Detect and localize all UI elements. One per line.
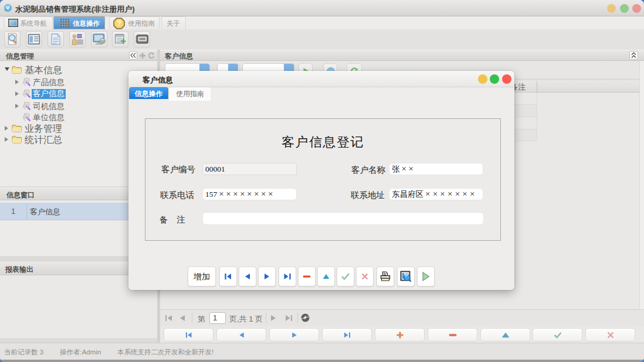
- svg-text:?: ?: [117, 19, 121, 28]
